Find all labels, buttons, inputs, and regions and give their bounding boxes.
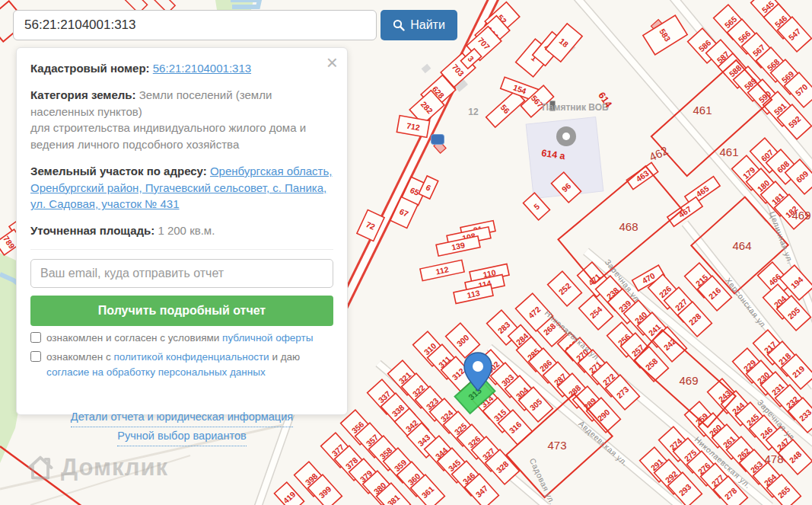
email-input[interactable]: [30, 259, 333, 288]
map-label: 464: [732, 239, 751, 252]
land-category-label: Категория земель:: [30, 88, 135, 101]
manual-select-link[interactable]: Ручной выбор вариантов: [117, 427, 246, 446]
search-button[interactable]: Найти: [381, 10, 457, 40]
map-label: 469: [679, 374, 698, 387]
parcel-info-panel: × Кадастровый номер: 56:21:2104001:313 К…: [16, 47, 348, 415]
map-label: 468: [619, 220, 638, 233]
map-label: 469: [791, 209, 810, 222]
personal-data-link[interactable]: согласие на обработку персональных данны…: [46, 366, 266, 378]
close-icon[interactable]: ×: [326, 53, 338, 72]
map-feature: [431, 135, 444, 145]
area-row: Уточненная площадь: 1 200 кв.м.: [30, 222, 333, 239]
search-icon: [393, 19, 405, 31]
search-bar: Найти: [13, 10, 457, 40]
map-label: Памятник ВОВ: [542, 102, 609, 113]
privacy-policy-link[interactable]: политикой конфиденциальности: [113, 351, 269, 363]
cadastral-number-link[interactable]: 56:21:2104001:313: [153, 62, 251, 75]
map-label: 461: [719, 145, 738, 158]
get-report-button[interactable]: Получить подробный отчет: [30, 296, 333, 326]
cadastral-number-row: Кадастровый номер: 56:21:2104001:313: [30, 60, 333, 77]
map-label: 12: [468, 107, 479, 117]
privacy-consent-row: ознакомлен с политикой конфиденциальност…: [30, 350, 333, 379]
divider: [30, 249, 333, 250]
panel-footer-links: Детали отчета и юридическая информация Р…: [30, 408, 333, 446]
map-label: 478: [764, 452, 783, 465]
offer-consent-row: ознакомлен и согласен с условиями публич…: [30, 331, 333, 346]
area-label: Уточненная площадь:: [30, 224, 154, 237]
map-viewport[interactable]: 5214470770362828271235615456714718656772…: [0, 0, 812, 505]
address-row: Земельный участок по адресу: Оренбургска…: [30, 163, 333, 213]
privacy-consent-checkbox[interactable]: [30, 351, 41, 362]
search-button-label: Найти: [410, 18, 445, 32]
land-usage-text: для строительства индивидуального жилого…: [30, 120, 333, 153]
watermark-text: Домклик: [61, 454, 168, 481]
panorama-icon[interactable]: [562, 133, 570, 140]
map-label: 461: [693, 104, 712, 117]
domklik-watermark: Домклик: [26, 454, 168, 481]
area-value: 1 200 кв.м.: [158, 224, 215, 237]
address-label: Земельный участок по адресу:: [30, 165, 207, 177]
offer-consent-text: ознакомлен и согласен с условиями публич…: [46, 331, 313, 346]
offer-consent-checkbox[interactable]: [30, 332, 41, 343]
report-details-link[interactable]: Детали отчета и юридическая информация: [71, 408, 293, 427]
search-input[interactable]: [13, 10, 377, 40]
map-label: 473: [547, 439, 566, 452]
public-offer-link[interactable]: публичной оферты: [222, 332, 313, 344]
land-category-row: Категория земель: Земли поселений (земли…: [30, 87, 333, 153]
privacy-consent-text: ознакомлен с политикой конфиденциальност…: [46, 350, 333, 379]
cadastral-number-label: Кадастровый номер:: [30, 62, 150, 75]
pin-hole: [473, 361, 483, 372]
house-logo-icon: [26, 454, 55, 481]
